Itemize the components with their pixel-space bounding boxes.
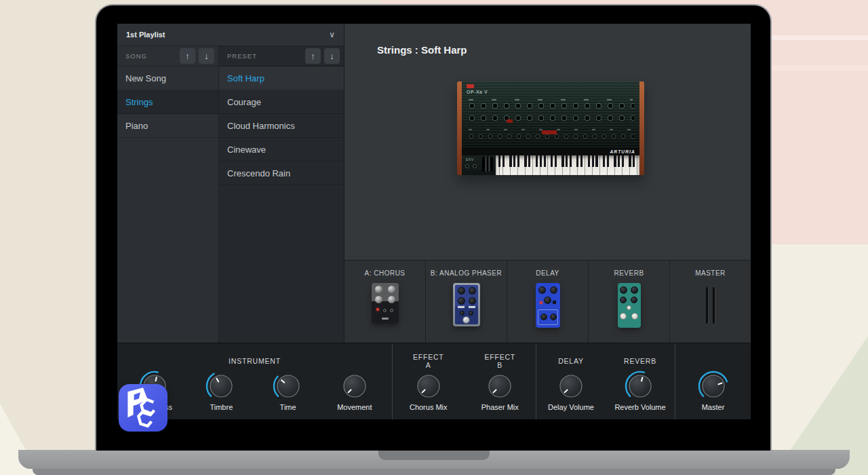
effect-slot-label: REVERB	[614, 269, 644, 277]
section-header: EFFECT B	[484, 352, 515, 370]
knob-dial	[484, 370, 516, 402]
preset-list-item-selected[interactable]: Soft Harp	[219, 66, 344, 90]
knob-label: Delay Volume	[548, 403, 594, 411]
knob-label: Chorus Mix	[410, 403, 448, 411]
synth-knob-row	[467, 114, 634, 123]
song-list-item[interactable]: Piano	[117, 114, 218, 138]
master-macro-section: Master	[675, 343, 751, 419]
effect-slot-label: MASTER	[695, 269, 726, 277]
knob-dial	[205, 370, 237, 402]
current-preset-title: Strings : Soft Harp	[377, 44, 467, 56]
knob-timbre[interactable]: Timbre	[192, 370, 250, 411]
synth-control-panel: OP-Xa V	[462, 81, 639, 147]
synth-instrument-image: OP-Xa V ARTURIA ENV	[457, 81, 644, 175]
knob-dial	[412, 370, 445, 402]
master-fader-slots-icon	[706, 287, 715, 324]
song-move-down-button[interactable]: ↓	[199, 48, 214, 64]
preset-list-item[interactable]: Cloud Harmonics	[219, 114, 344, 138]
section-header: EFFECT A	[413, 352, 444, 370]
synth-wood-rail	[457, 81, 462, 175]
synth-mod-section: ENV	[462, 155, 496, 175]
screenshot: 1st Playlist ∨ SONG ↑ ↓ New Song Strings…	[0, 0, 868, 475]
synth-red-display	[507, 119, 513, 123]
synth-env-label: ENV	[466, 157, 474, 162]
synth-brand-strip: ARTURIA	[462, 147, 639, 155]
knob-label: Movement	[337, 403, 372, 411]
synth-pitch-mod-wheels	[482, 157, 493, 172]
synth-brand-label: ARTURIA	[610, 149, 635, 154]
effect-slot-phaser[interactable]: B: ANALOG PHASER	[426, 261, 507, 343]
effects-row: A: CHORUS B: ANALOG PHASER	[344, 260, 751, 343]
synth-logo-chip	[467, 84, 474, 88]
preset-list-item[interactable]: Crescendo Rain	[219, 162, 344, 185]
playlist-selector[interactable]: 1st Playlist ∨	[117, 24, 344, 46]
preset-column-header: PRESET ↑ ↓	[219, 46, 344, 66]
knob-phaser-mix[interactable]: Phaser Mix	[471, 370, 529, 411]
app-logo-icon	[119, 384, 167, 433]
knob-delay-volume[interactable]: Delay Volume	[542, 370, 600, 411]
effects-macro-section: EFFECT A Chorus Mix EFFECT B	[392, 343, 536, 419]
song-header-label: SONG	[125, 52, 147, 60]
synth-model-label: OP-Xa V	[467, 90, 488, 94]
knob-label: Time	[280, 403, 296, 411]
app-logo[interactable]	[119, 384, 167, 432]
synth-keyboard: ENV	[462, 155, 639, 175]
knob-time[interactable]: Time	[259, 370, 317, 411]
effect-slot-master[interactable]: MASTER	[670, 261, 751, 343]
section-header: DELAY	[558, 352, 584, 370]
preset-list-item[interactable]: Cinewave	[219, 138, 344, 162]
laptop-base-shadow	[33, 469, 835, 475]
synth-small-knob	[465, 164, 469, 168]
knob-dial	[338, 370, 371, 402]
synth-black-keys	[496, 155, 639, 167]
preset-list-item[interactable]: Courage	[219, 90, 344, 114]
song-list-item-selected[interactable]: Strings	[117, 90, 218, 114]
synth-small-knob	[473, 164, 477, 168]
chorus-pedal-icon	[372, 283, 399, 324]
knob-label: Timbre	[210, 403, 233, 411]
laptop-base	[18, 450, 850, 469]
laptop-lid-notch	[378, 450, 490, 460]
analog-lab-app-window: 1st Playlist ∨ SONG ↑ ↓ New Song Strings…	[117, 24, 751, 419]
delay-pedal-icon	[536, 283, 560, 328]
song-column-header: SONG ↑ ↓	[117, 46, 218, 66]
knob-master[interactable]: Master	[684, 370, 743, 411]
macro-controls-bar: INSTRUMENT Brightness	[117, 343, 751, 419]
knob-reverb-volume[interactable]: Reverb Volume	[611, 370, 669, 411]
knob-dial	[272, 370, 304, 402]
synth-white-keys	[496, 155, 639, 175]
song-list-item[interactable]: New Song	[117, 66, 218, 90]
effect-slot-label: DELAY	[536, 269, 559, 277]
preset-move-down-button[interactable]: ↓	[324, 48, 340, 64]
section-header: REVERB	[624, 352, 656, 370]
synth-wood-rail	[639, 81, 644, 175]
effect-slot-delay[interactable]: DELAY	[507, 261, 589, 343]
knob-label: Master	[702, 403, 725, 411]
section-header: INSTRUMENT	[117, 352, 392, 370]
phaser-pedal-icon	[453, 283, 480, 326]
knob-label: Phaser Mix	[481, 403, 519, 411]
synth-panel-labels	[469, 99, 633, 100]
knob-dial	[624, 370, 656, 402]
chevron-down-icon[interactable]: ∨	[329, 31, 335, 39]
preset-header-label: PRESET	[227, 52, 257, 60]
playlist-title: 1st Playlist	[126, 31, 165, 39]
knob-label: Reverb Volume	[614, 403, 665, 411]
synth-knob-row	[467, 102, 634, 111]
effect-slot-label: A: CHORUS	[364, 269, 405, 277]
effect-slot-chorus[interactable]: A: CHORUS	[344, 261, 426, 343]
effect-slot-reverb[interactable]: REVERB	[589, 261, 670, 343]
delay-reverb-macro-section: DELAY Delay Volume REVERB	[536, 343, 675, 419]
knob-chorus-mix[interactable]: Chorus Mix	[399, 370, 458, 411]
main-area: Strings : Soft Harp OP-Xa V	[344, 24, 751, 419]
reverb-pedal-icon	[618, 283, 641, 328]
effect-slot-label: B: ANALOG PHASER	[431, 269, 502, 277]
knob-movement[interactable]: Movement	[326, 370, 384, 411]
knob-dial	[697, 370, 730, 402]
synth-red-display	[542, 130, 557, 134]
song-move-up-button[interactable]: ↑	[180, 48, 195, 64]
preset-move-up-button[interactable]: ↑	[305, 48, 321, 64]
knob-dial	[555, 370, 587, 402]
